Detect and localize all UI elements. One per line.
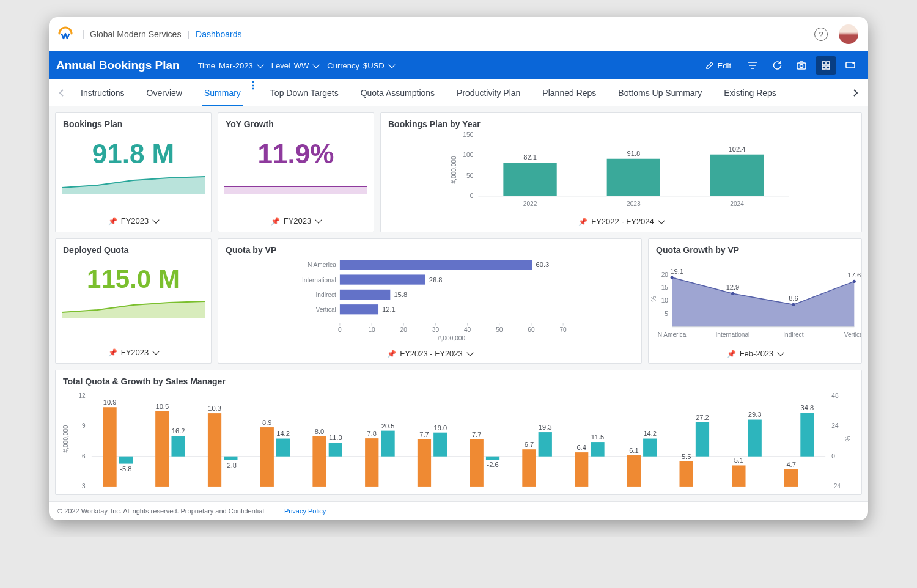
pin-icon: 📌 <box>387 350 396 358</box>
svg-text:8.0: 8.0 <box>315 428 324 435</box>
svg-text:N America: N America <box>308 262 336 268</box>
svg-text:30: 30 <box>432 326 440 333</box>
svg-text:6.1: 6.1 <box>629 447 638 454</box>
svg-text:14.2: 14.2 <box>643 430 657 437</box>
help-icon[interactable]: ? <box>814 28 828 41</box>
svg-text:48: 48 <box>831 392 839 399</box>
tab-instructions[interactable]: Instructions <box>70 79 136 106</box>
svg-rect-96 <box>276 439 290 457</box>
card-period-selector[interactable]: 📌 FY2022 - FY2024 <box>381 212 861 232</box>
svg-text:60: 60 <box>528 326 535 333</box>
svg-text:#,000,000: #,000,000 <box>451 156 457 183</box>
metric-value: 91.8 M <box>56 130 211 169</box>
svg-rect-19 <box>710 155 764 196</box>
tabs-scroll-left[interactable] <box>54 89 70 97</box>
svg-text:10.5: 10.5 <box>155 403 169 410</box>
user-avatar[interactable] <box>839 24 858 44</box>
svg-text:17.6: 17.6 <box>847 271 861 279</box>
svg-text:12: 12 <box>78 392 86 399</box>
svg-rect-82 <box>103 407 116 487</box>
svg-text:-24: -24 <box>831 483 841 490</box>
svg-text:-2.6: -2.6 <box>487 461 498 468</box>
filter-level[interactable]: WW <box>290 59 323 73</box>
card-quota-by-vp: Quota by VP N America60.3International26… <box>218 238 642 364</box>
card-period-selector[interactable]: 📌 FY2023 <box>218 211 374 232</box>
tab-top-down-targets[interactable]: Top Down Targets <box>259 79 350 106</box>
svg-text:15: 15 <box>661 284 669 291</box>
card-title: Deployed Quota <box>56 239 211 256</box>
svg-point-7 <box>853 62 854 64</box>
svg-point-59 <box>792 303 795 306</box>
svg-text:91.8: 91.8 <box>627 150 640 157</box>
card-deployed-quota: Deployed Quota 115.0 M 📌 FY2023 <box>55 238 212 364</box>
svg-text:10.9: 10.9 <box>103 399 117 406</box>
pin-icon: 📌 <box>578 218 587 226</box>
card-period-selector[interactable]: 📌 Feb-2023 <box>649 344 861 364</box>
svg-text:6.4: 6.4 <box>576 444 586 451</box>
card-title: YoY Growth <box>218 113 374 130</box>
tab-quota-assumptions[interactable]: Quota Assumptions <box>350 79 446 106</box>
svg-rect-126 <box>680 461 693 487</box>
svg-text:N America: N America <box>658 331 687 338</box>
svg-text:15.8: 15.8 <box>394 291 407 298</box>
svg-text:100: 100 <box>463 152 473 158</box>
filter-currency[interactable]: $USD <box>359 59 398 73</box>
svg-rect-4 <box>822 66 825 69</box>
tab-planned-reps[interactable]: Planned Reps <box>531 79 607 106</box>
tab-overview[interactable]: Overview <box>136 79 193 106</box>
svg-point-53 <box>671 276 674 279</box>
tab-summary[interactable]: Summary <box>193 79 252 106</box>
svg-text:102.4: 102.4 <box>729 145 746 153</box>
tab-bottoms-up-summary[interactable]: Bottoms Up Summary <box>607 79 713 106</box>
svg-text:12.1: 12.1 <box>382 306 396 313</box>
svg-text:6.7: 6.7 <box>525 441 534 448</box>
svg-rect-106 <box>418 439 431 487</box>
svg-text:5: 5 <box>665 311 668 317</box>
svg-text:20: 20 <box>400 326 408 333</box>
privacy-link[interactable]: Privacy Policy <box>284 507 326 515</box>
grid-view-icon[interactable] <box>816 56 836 75</box>
card-quota-growth-vp: Quota Growth by VP 19.1N America12.9Inte… <box>648 238 862 364</box>
svg-rect-112 <box>486 457 499 460</box>
svg-rect-130 <box>732 465 745 486</box>
card-period-selector[interactable]: 📌 FY2023 <box>56 211 211 232</box>
svg-text:0: 0 <box>831 453 835 460</box>
dashboard-grid: Bookings Plan 91.8 M 📌 FY2023 YoY Growth… <box>49 106 868 501</box>
filter-time[interactable]: Mar-2023 <box>215 59 267 73</box>
svg-rect-104 <box>381 431 394 457</box>
workday-logo[interactable] <box>56 25 75 43</box>
svg-rect-94 <box>260 427 274 487</box>
card-total-quota-growth: Total Quota & Growth by Sales Manager 36… <box>55 370 862 495</box>
edit-button[interactable]: Edit <box>701 57 736 74</box>
divider <box>274 507 274 515</box>
svg-rect-90 <box>208 413 221 487</box>
chevron-down-icon <box>466 349 473 358</box>
card-bookings-by-year: Bookings Plan by Year 050100150#,000,000… <box>380 112 862 232</box>
svg-text:6: 6 <box>82 453 86 460</box>
svg-text:%: % <box>845 436 852 442</box>
breadcrumb-link[interactable]: Dashboards <box>196 29 242 39</box>
tabs-scroll-right[interactable] <box>847 89 863 97</box>
svg-text:Indirect: Indirect <box>316 292 336 298</box>
svg-rect-0 <box>797 63 806 69</box>
svg-rect-16 <box>607 159 660 196</box>
page-title: Annual Bookings Plan <box>56 59 180 72</box>
tab-existing-reps[interactable]: Existing Reps <box>713 79 787 106</box>
svg-text:International: International <box>716 331 750 338</box>
tab-productivity-plan[interactable]: Productivity Plan <box>446 79 531 106</box>
svg-rect-124 <box>643 439 657 457</box>
snapshot-icon[interactable] <box>791 56 812 75</box>
svg-text:50: 50 <box>466 172 474 179</box>
footer: © 2022 Workday, Inc. All rights reserved… <box>49 501 868 520</box>
present-icon[interactable] <box>840 56 861 75</box>
card-period-selector[interactable]: 📌 FY2023 <box>56 343 211 363</box>
filter-icon[interactable] <box>742 56 763 75</box>
svg-rect-128 <box>696 422 709 457</box>
card-period-selector[interactable]: 📌 FY2023 - FY2023 <box>218 344 641 364</box>
svg-text:20: 20 <box>661 271 669 278</box>
svg-text:34.8: 34.8 <box>801 404 814 411</box>
svg-text:40: 40 <box>464 326 471 333</box>
refresh-icon[interactable] <box>767 56 787 75</box>
svg-text:8.6: 8.6 <box>789 295 798 302</box>
svg-text:12.9: 12.9 <box>726 284 740 291</box>
